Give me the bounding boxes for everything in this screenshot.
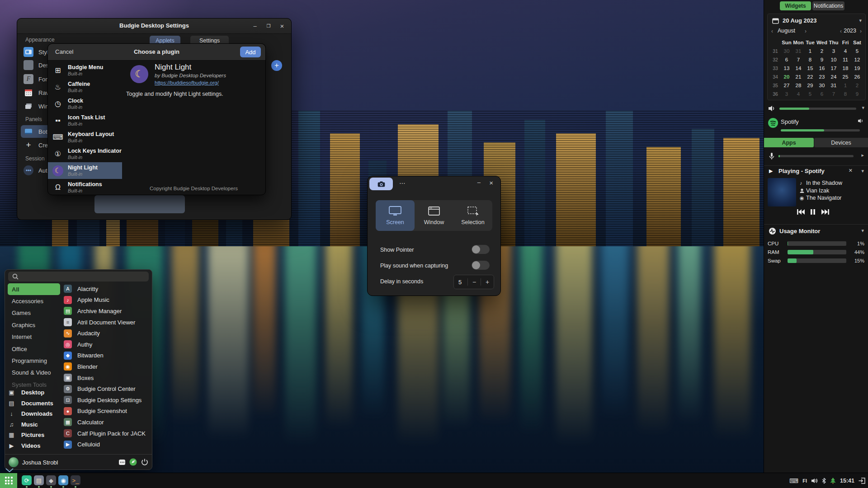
calendar-day[interactable]: 23 <box>816 74 828 80</box>
app-item-bitwarden[interactable]: ◆Bitwarden <box>64 350 150 361</box>
spotify-volume-slider[interactable] <box>781 129 860 131</box>
place-item-videos[interactable]: ▶Videos <box>8 441 61 451</box>
app-item-alacritty[interactable]: AAlacritty <box>64 283 150 295</box>
place-item-pictures[interactable]: ▦Pictures <box>8 430 61 441</box>
calendar-day[interactable]: 4 <box>793 91 804 97</box>
restore-button[interactable]: ❐ <box>264 22 273 31</box>
calendar-day[interactable]: 27 <box>781 82 793 89</box>
calendar-day[interactable]: 18 <box>840 65 851 71</box>
next-track-button[interactable] <box>821 208 830 216</box>
volume-tray-icon[interactable] <box>811 478 818 484</box>
files-app-icon[interactable]: ▤ <box>34 475 44 485</box>
mixer-tab-devices[interactable]: Devices <box>814 138 868 147</box>
app-item-budgie-desktop-settings[interactable]: ⊡Budgie Desktop Settings <box>64 394 150 406</box>
settings-titlebar[interactable]: Budgie Desktop Settings – ❐ × <box>17 19 291 34</box>
category-all[interactable]: All <box>8 283 60 295</box>
plugin-detail-link[interactable]: https://buddiesofbudgie.org/ <box>155 80 219 85</box>
close-icon[interactable]: ✕ <box>849 168 853 174</box>
keyboard-indicator-icon[interactable]: ⌨ <box>789 477 798 484</box>
calendar-day[interactable]: 1 <box>840 82 851 89</box>
calendar-day[interactable]: 12 <box>851 56 863 63</box>
delay-value[interactable]: 5 <box>454 279 467 286</box>
app-item-audacity[interactable]: ∿Audacity <box>64 328 150 339</box>
app-item-archive-manager[interactable]: ▤Archive Manager <box>64 305 150 317</box>
previous-track-button[interactable] <box>797 208 805 216</box>
calendar-date-label[interactable]: 20 Aug 2023 <box>783 17 816 24</box>
clock[interactable]: 15:41 <box>840 478 854 484</box>
mic-slider[interactable] <box>778 155 854 157</box>
next-month-icon[interactable]: › <box>805 28 807 34</box>
place-item-music[interactable]: ♫Music <box>8 419 61 430</box>
calendar-day[interactable]: 15 <box>804 65 816 71</box>
calendar-day[interactable]: 1 <box>804 48 816 54</box>
category-programming[interactable]: Programming <box>8 355 60 366</box>
calendar-day[interactable]: 30 <box>781 48 793 54</box>
calendar-day[interactable]: 31 <box>793 48 804 54</box>
inkscape-icon[interactable]: ◆ <box>46 475 56 485</box>
chevron-right-icon[interactable]: ▸ <box>861 152 864 158</box>
bluetooth-icon[interactable] <box>822 478 826 484</box>
budgie-logo-icon[interactable] <box>129 458 137 466</box>
pause-button[interactable] <box>810 208 816 216</box>
logout-icon[interactable] <box>859 478 865 484</box>
tree-tray-icon[interactable] <box>830 478 836 484</box>
show-pointer-toggle[interactable] <box>472 245 490 254</box>
calendar-day[interactable]: 16 <box>816 65 828 71</box>
plugin-item-caffeine[interactable]: ♨CaffeineBuilt-in <box>48 79 122 95</box>
app-item-authy[interactable]: ◎Authy <box>64 339 150 350</box>
calendar-day[interactable]: 2 <box>851 82 863 89</box>
calendar-day[interactable]: 30 <box>816 82 828 89</box>
calendar-day[interactable]: 4 <box>840 48 851 54</box>
calendar-day[interactable]: 2 <box>816 48 828 54</box>
app-item-boxes[interactable]: ▣Boxes <box>64 372 150 384</box>
speaker-icon[interactable] <box>768 105 775 112</box>
minimize-button[interactable]: – <box>250 22 259 31</box>
calendar-day[interactable]: 26 <box>851 74 863 80</box>
avatar[interactable] <box>9 457 19 467</box>
calendar-day[interactable]: 28 <box>793 82 804 89</box>
delay-increment-button[interactable]: + <box>481 278 494 286</box>
app-item-calf-plugin-pack-for-jack[interactable]: CCalf Plugin Pack for JACK <box>64 428 150 439</box>
app-item-budgie-control-center[interactable]: ⚙Budgie Control Center <box>64 383 150 394</box>
minimize-button[interactable]: – <box>477 179 481 186</box>
category-internet[interactable]: Internet <box>8 331 60 343</box>
delay-decrement-button[interactable]: − <box>467 278 481 286</box>
add-button[interactable]: Add <box>240 47 261 57</box>
app-item-apple-music[interactable]: ♪Apple Music <box>64 295 150 306</box>
calendar-day[interactable]: 6 <box>781 56 793 63</box>
close-button[interactable]: × <box>489 179 493 187</box>
next-year-icon[interactable]: › <box>860 28 862 34</box>
plugin-item-lock-keys-indicator[interactable]: ①Lock Keys IndicatorBuilt-in <box>48 145 122 162</box>
plugin-item-keyboard-layout[interactable]: ⌨Keyboard LayoutBuilt-in <box>48 129 122 145</box>
tab-selection[interactable]: Selection <box>453 200 492 231</box>
calendar-day[interactable]: 17 <box>828 65 840 71</box>
category-graphics[interactable]: Graphics <box>8 319 60 331</box>
calendar-day[interactable]: 25 <box>840 74 851 80</box>
calendar-day[interactable]: 6 <box>816 91 828 97</box>
raven-tab-widgets[interactable]: Widgets <box>780 1 811 10</box>
app-item-calculator[interactable]: ▦Calculator <box>64 417 150 428</box>
place-item-desktop[interactable]: ▣Desktop <box>8 387 61 398</box>
chevron-down-icon[interactable]: ▾ <box>859 18 862 23</box>
tab-window[interactable]: Window <box>415 200 453 231</box>
menu-more-button[interactable]: ⋯ <box>399 179 406 187</box>
calendar-day[interactable]: 3 <box>781 91 793 97</box>
godot-icon[interactable]: ◉ <box>58 475 68 485</box>
kitty-terminal-icon[interactable]: >_ <box>71 475 80 485</box>
place-item-documents[interactable]: ▤Documents <box>8 398 61 409</box>
category-sound-video[interactable]: Sound & Video <box>8 367 60 379</box>
microphone-icon[interactable] <box>769 152 775 160</box>
place-item-downloads[interactable]: ↓Downloads <box>8 408 61 419</box>
prev-year-icon[interactable]: ‹ <box>840 28 842 34</box>
calendar-day[interactable]: 10 <box>828 56 840 63</box>
chevron-down-icon[interactable]: ▾ <box>861 228 864 234</box>
calendar-day[interactable]: 8 <box>804 56 816 63</box>
calendar-day[interactable]: 9 <box>851 91 863 97</box>
calendar-day[interactable]: 14 <box>793 65 804 71</box>
keyboard-layout-label[interactable]: FI <box>802 478 807 483</box>
plugin-item-budgie-menu[interactable]: ⊞Budgie MenuBuilt-in <box>48 62 122 79</box>
screenshot-mode-button[interactable] <box>369 178 393 190</box>
budgie-menu-button[interactable] <box>0 473 17 488</box>
calendar-day[interactable]: 11 <box>840 56 851 63</box>
speaker-icon[interactable] <box>858 118 863 124</box>
